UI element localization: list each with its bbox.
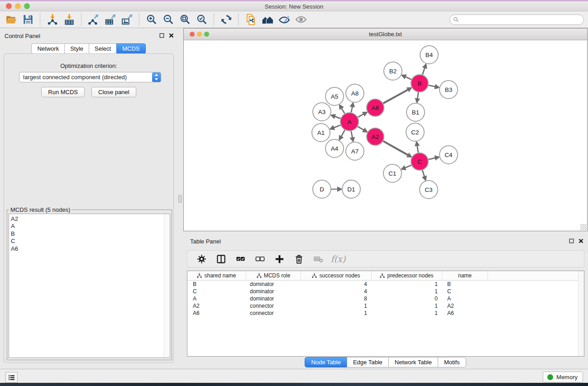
graph-node-B4[interactable]: B4: [420, 46, 438, 64]
minimize-view-button[interactable]: [197, 32, 202, 37]
graph-node-C3[interactable]: C3: [420, 181, 438, 199]
tab-edge-table[interactable]: Edge Table: [347, 357, 389, 367]
tab-node-table[interactable]: Node Table: [305, 357, 347, 367]
run-mcds-button[interactable]: Run MCDS: [41, 87, 85, 97]
tab-network-table[interactable]: Network Table: [388, 357, 438, 367]
show-hide-button[interactable]: [292, 13, 309, 27]
home-button[interactable]: [259, 13, 276, 27]
split-pane-handle[interactable]: [178, 195, 182, 203]
network-window-titlebar[interactable]: testGlobe.txt: [184, 29, 587, 40]
graph-node-A2[interactable]: A2: [367, 128, 384, 145]
unselect-all-button[interactable]: [253, 252, 266, 266]
search-box[interactable]: [449, 14, 584, 25]
task-history-button[interactable]: [5, 372, 18, 383]
graph-node-C[interactable]: C: [411, 153, 428, 170]
add-column-button[interactable]: [273, 252, 286, 266]
network-canvas[interactable]: B4B2BB3A8A5A6A3B1AA1C2A2A4A7C4CC1C3DD1: [184, 41, 587, 231]
graph-edge-A2-C[interactable]: [383, 141, 408, 155]
zoom-in-button[interactable]: [143, 13, 160, 27]
graph-node-A4[interactable]: A4: [325, 139, 344, 157]
graph-edge-A-A3[interactable]: [335, 116, 340, 119]
graph-edge-A-A6[interactable]: [358, 114, 363, 117]
import-table-button[interactable]: [61, 13, 77, 27]
close-view-button[interactable]: [190, 32, 195, 37]
table-settings-button[interactable]: [195, 252, 208, 266]
search-input[interactable]: [461, 15, 583, 24]
graph-node-A1[interactable]: A1: [312, 124, 330, 142]
graph-node-A7[interactable]: A7: [346, 142, 364, 160]
tab-network[interactable]: Network: [31, 43, 65, 54]
column-header-mcds-role[interactable]: MCDS role: [246, 271, 301, 280]
graph-node-C4[interactable]: C4: [440, 146, 458, 164]
column-header-predecessor-nodes[interactable]: predecessor nodes: [372, 271, 442, 280]
graph-edge-C-C3[interactable]: [422, 170, 425, 176]
export-image-button[interactable]: [119, 13, 135, 27]
graph-node-B3[interactable]: B3: [440, 81, 458, 99]
float-panel-button[interactable]: [159, 33, 164, 38]
duplicate-network-button[interactable]: [242, 13, 259, 27]
graph-node-A3[interactable]: A3: [313, 103, 331, 121]
result-scrollbar[interactable]: [164, 214, 170, 357]
graph-node-A5[interactable]: A5: [325, 87, 344, 105]
graph-edge-A6-B[interactable]: [383, 90, 408, 103]
graph-node-B2[interactable]: B2: [384, 62, 402, 80]
graph-edge-A-A7[interactable]: [351, 131, 353, 138]
graph-edge-C-C1[interactable]: [405, 165, 411, 168]
tab-style[interactable]: Style: [64, 43, 89, 54]
column-header-successor-nodes[interactable]: successor nodes: [301, 271, 372, 280]
graph-edge-A-A4[interactable]: [341, 130, 345, 136]
graph-edge-C-C4[interactable]: [428, 158, 435, 160]
graph-edge-C-C2[interactable]: [417, 146, 418, 153]
table-scrollbar[interactable]: [578, 271, 584, 356]
zoom-selected-button[interactable]: [193, 13, 210, 27]
column-header-shared-name[interactable]: shared name: [187, 271, 246, 280]
select-all-button[interactable]: [234, 252, 247, 266]
close-panel-button-mcds[interactable]: Close panel: [91, 87, 136, 97]
graph-node-D[interactable]: D: [313, 180, 331, 198]
resize-grip[interactable]: [580, 224, 587, 230]
graph-node-B[interactable]: B: [411, 75, 428, 92]
graph-edge-B-B1[interactable]: [417, 92, 418, 99]
export-network-button[interactable]: [85, 13, 102, 27]
delete-table-button[interactable]: [312, 252, 325, 266]
table-row[interactable]: A dominator 8 0 A: [187, 295, 584, 302]
function-builder-button[interactable]: f(x): [331, 252, 344, 266]
graph-node-A[interactable]: A: [340, 113, 359, 131]
refresh-button[interactable]: [218, 13, 234, 27]
show-columns-button[interactable]: [215, 252, 227, 266]
column-header-name[interactable]: name: [442, 271, 488, 280]
table-row[interactable]: B dominator 4 1 B: [187, 281, 584, 288]
annotation-eye-button[interactable]: [276, 13, 292, 27]
maximize-view-button[interactable]: [204, 32, 209, 37]
open-file-button[interactable]: [3, 13, 19, 27]
graph-edge-A-A5[interactable]: [341, 108, 344, 114]
graph-edge-A-A1[interactable]: [334, 125, 340, 128]
graph-node-A6[interactable]: A6: [367, 99, 384, 116]
graph-edge-B-B2[interactable]: [405, 76, 411, 79]
graph-node-C1[interactable]: C1: [383, 164, 402, 182]
table-row[interactable]: A6 connector 1 1 A6: [187, 310, 584, 317]
zoom-out-button[interactable]: [160, 13, 177, 27]
graph-edge-B-B3[interactable]: [429, 85, 435, 86]
graph-edge-A-A8[interactable]: [351, 106, 352, 112]
close-panel-button[interactable]: [169, 33, 174, 38]
graph-node-D1[interactable]: D1: [342, 180, 360, 198]
save-session-button[interactable]: [19, 13, 36, 27]
graph-edge-A-A2[interactable]: [358, 127, 364, 130]
graph-node-C2[interactable]: C2: [406, 123, 424, 141]
float-table-panel-button[interactable]: [569, 238, 574, 243]
table-row[interactable]: C dominator 4 1 C: [187, 288, 584, 295]
mcds-result-list[interactable]: A2 A B C A6: [9, 214, 170, 358]
delete-column-button[interactable]: [292, 252, 305, 266]
tab-motifs[interactable]: Motifs: [438, 357, 466, 367]
zoom-fit-button[interactable]: [177, 13, 193, 27]
export-table-button[interactable]: [102, 13, 119, 27]
graph-edge-B-B4[interactable]: [422, 67, 425, 75]
criterion-select[interactable]: largest connected component (directed): [19, 72, 161, 82]
tab-mcds[interactable]: MCDS: [116, 43, 145, 54]
close-table-panel-button[interactable]: [578, 238, 583, 243]
tab-select[interactable]: Select: [89, 43, 117, 54]
memory-button[interactable]: Memory: [543, 372, 583, 382]
graph-node-B1[interactable]: B1: [406, 103, 425, 121]
graph-node-A8[interactable]: A8: [346, 84, 364, 102]
